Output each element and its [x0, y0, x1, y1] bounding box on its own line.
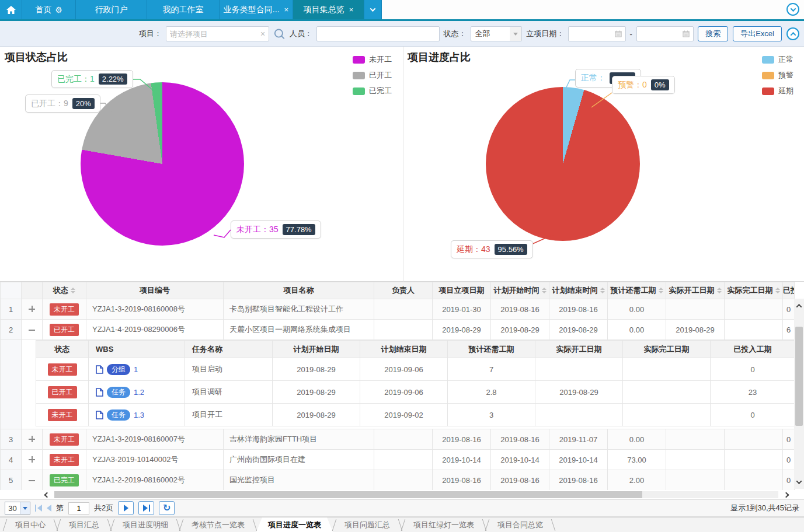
calendar-icon[interactable]	[683, 30, 690, 38]
sort-icon[interactable]	[717, 288, 722, 293]
task-name: 项目启动	[185, 358, 273, 381]
search-icon[interactable]	[273, 27, 286, 40]
legend-item[interactable]: 已完工	[353, 86, 392, 96]
owner	[374, 320, 433, 340]
scroll-down-arrow[interactable]	[794, 476, 804, 488]
gear-icon[interactable]: ⚙	[55, 5, 62, 15]
home-icon	[6, 6, 16, 14]
status-select[interactable]: 全部	[471, 26, 523, 41]
document-icon[interactable]	[96, 388, 103, 397]
bottom-tab-assessment-nodes[interactable]: 考核节点一览表	[180, 517, 256, 532]
bottom-tab-project-summary[interactable]: 项目汇总	[57, 517, 111, 532]
status-badge: 未开工	[50, 454, 79, 466]
col-invested[interactable]: 已投	[783, 282, 795, 299]
close-icon[interactable]: ×	[284, 5, 289, 14]
wbs-number[interactable]: 1.2	[134, 388, 144, 397]
status-pie-chart[interactable]	[81, 82, 244, 246]
col-actual-end[interactable]: 实际完工日期	[725, 282, 783, 299]
bottom-tab-contract-overview[interactable]: 项目合同总览	[486, 517, 555, 532]
tab-list-dropdown[interactable]	[364, 0, 382, 19]
tab-label: 我的工作室	[163, 5, 204, 15]
search-button[interactable]: 搜索	[698, 26, 728, 41]
legend-item[interactable]: 已开工	[353, 70, 392, 80]
scroll-right-arrow[interactable]	[781, 491, 791, 498]
panel-toggle-up-button[interactable]	[786, 27, 799, 40]
callout-started: 已开工：9 20%	[25, 94, 100, 113]
sort-icon[interactable]	[600, 288, 605, 293]
wbs-number[interactable]: 1	[134, 365, 138, 374]
sort-icon[interactable]	[542, 288, 547, 293]
expand-icon[interactable]	[29, 436, 35, 442]
person-input[interactable]	[321, 30, 436, 38]
tab-business-contract[interactable]: 业务类型合同... ×	[220, 0, 293, 19]
project-filter-label: 项目：	[139, 29, 162, 39]
page-number-input[interactable]	[68, 502, 89, 514]
date-to-field[interactable]	[636, 26, 694, 41]
task-name: 项目调研	[185, 381, 273, 404]
col-plan-start[interactable]: 计划开始时间	[491, 282, 549, 299]
horizontal-scrollbar[interactable]	[0, 490, 804, 499]
legend-item[interactable]: 延期	[762, 86, 793, 96]
project-input[interactable]	[170, 30, 258, 38]
document-icon[interactable]	[96, 411, 103, 419]
date-to-input[interactable]	[641, 30, 683, 38]
panel-toggle-down-button[interactable]	[786, 3, 799, 16]
calendar-icon[interactable]	[615, 30, 622, 38]
sort-icon[interactable]	[775, 288, 780, 293]
col-approve-date[interactable]: 项目立项日期	[433, 282, 491, 299]
first-page-button[interactable]	[35, 505, 42, 512]
col-actual-start[interactable]: 实际开工日期	[666, 282, 725, 299]
legend-item[interactable]: 未开工	[353, 54, 392, 65]
refresh-button[interactable]: ↻	[159, 501, 175, 515]
next-page-button[interactable]	[118, 501, 134, 515]
date-from-field[interactable]	[568, 26, 625, 41]
tab-admin-portal[interactable]: 行政门户	[76, 0, 147, 19]
project-select-field[interactable]: ×	[166, 26, 269, 41]
col-remain[interactable]: 预计还需工期	[608, 282, 666, 299]
document-icon[interactable]	[96, 365, 103, 374]
bottom-tab-progress-detail[interactable]: 项目进度明细	[111, 517, 180, 532]
progress-pie-chart[interactable]	[486, 87, 640, 241]
bottom-tab-traffic-light[interactable]: 项目红绿灯一览表	[402, 517, 486, 532]
page-size-select[interactable]: 30	[5, 502, 30, 514]
expand-icon[interactable]	[29, 456, 35, 463]
bottom-tab-project-center[interactable]: 项目中心	[4, 517, 57, 532]
sort-icon[interactable]	[71, 288, 75, 293]
col-plan-end[interactable]: 计划结束时间	[549, 282, 608, 299]
date-from-input[interactable]	[572, 30, 614, 38]
legend-swatch	[353, 88, 365, 95]
scrollbar-thumb[interactable]	[54, 491, 642, 498]
export-excel-button[interactable]: 导出Excel	[733, 26, 782, 41]
tab-my-workspace[interactable]: 我的工作室	[147, 0, 220, 19]
bottom-tab-progress-list[interactable]: 项目进度一览表	[256, 517, 333, 532]
last-page-button[interactable]	[138, 501, 154, 515]
prev-page-button[interactable]	[47, 505, 51, 512]
bottom-tab-bar: 项目中心 项目汇总 项目进度明细 考核节点一览表 项目进度一览表 项目问题汇总 …	[0, 517, 804, 532]
col-project-name[interactable]: 项目名称	[224, 282, 374, 299]
legend-item[interactable]: 正常	[762, 54, 793, 65]
wbs-number[interactable]: 1.3	[134, 411, 144, 419]
table-row: 4 未开工 YZJA3-2019-10140002号 广州南街国际项目在建 20…	[1, 450, 795, 470]
scroll-up-arrow[interactable]	[794, 300, 804, 312]
wbs-type-badge: 分组	[107, 364, 130, 375]
col-project-code[interactable]: 项目编号	[86, 282, 224, 299]
project-name: 天麓小区项目一期网络系统集成项目	[224, 320, 374, 340]
collapse-icon[interactable]	[29, 330, 35, 331]
scrollbar-thumb[interactable]	[795, 327, 803, 426]
legend-item[interactable]: 预警	[762, 70, 793, 80]
col-owner[interactable]: 负责人	[374, 282, 433, 299]
scroll-left-arrow[interactable]	[42, 491, 51, 498]
vertical-scrollbar[interactable]	[794, 299, 804, 489]
expand-icon[interactable]	[29, 306, 35, 312]
tab-homepage[interactable]: 首页 ⚙	[22, 0, 76, 19]
home-tab[interactable]	[0, 0, 22, 19]
person-field[interactable]	[316, 26, 440, 41]
close-icon[interactable]: ×	[349, 5, 354, 14]
clear-icon[interactable]: ×	[260, 29, 265, 38]
sort-icon[interactable]	[659, 288, 663, 293]
col-status[interactable]: 状态	[43, 282, 86, 299]
scrollbar-track[interactable]	[54, 491, 778, 498]
tab-project-overview[interactable]: 项目集总览 ×	[293, 0, 364, 19]
bottom-tab-issue-summary[interactable]: 项目问题汇总	[333, 517, 402, 532]
collapse-icon[interactable]	[29, 480, 35, 481]
